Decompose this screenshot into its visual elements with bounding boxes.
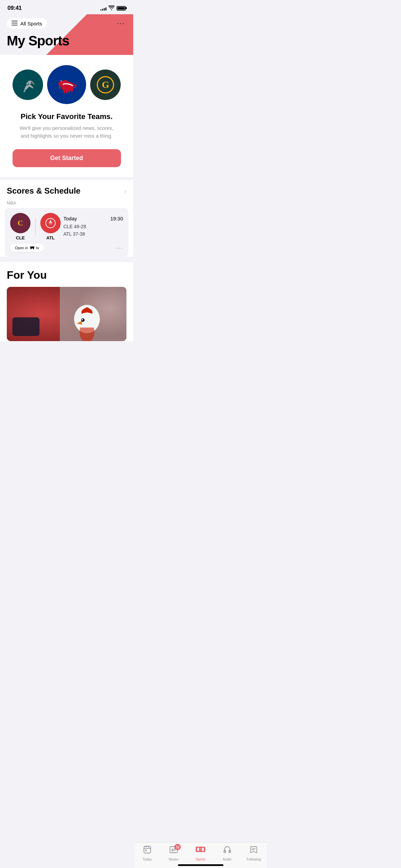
news-image[interactable]	[7, 287, 126, 341]
svg-point-4	[31, 82, 32, 83]
scores-section: Scores & Schedule › NBA C CLE	[0, 180, 133, 257]
scores-chevron-icon[interactable]: ›	[124, 187, 126, 195]
status-bar: 09:41	[0, 0, 133, 14]
game-card-top: C CLE	[10, 213, 123, 240]
svg-text:C: C	[18, 219, 23, 227]
all-sports-label: All Sports	[20, 21, 42, 26]
header-nav: All Sports ···	[7, 18, 126, 29]
all-sports-button[interactable]: All Sports	[7, 18, 47, 29]
team-records: CLE 48-28 ATL 37-38	[63, 223, 123, 238]
for-you-title: For You	[7, 269, 126, 281]
game-time-row: Today 19:30	[63, 216, 123, 221]
apple-tv-icon: Open in	[15, 246, 28, 250]
apple-icon	[30, 246, 35, 250]
svg-rect-9	[66, 90, 68, 93]
svg-point-3	[17, 74, 38, 95]
game-card-bottom: Open in tv ···	[10, 244, 123, 252]
pick-teams-desc: We'll give you personalized news, scores…	[16, 124, 118, 140]
eagles-logo	[13, 70, 43, 100]
svg-rect-10	[68, 89, 70, 93]
game-time: 19:30	[110, 216, 123, 221]
signal-icon	[100, 6, 106, 11]
svg-rect-8	[63, 90, 65, 93]
status-time: 09:41	[7, 5, 22, 12]
teams-section: G Pick Your Favorite Teams. We'll give y…	[0, 55, 133, 177]
svg-point-24	[82, 319, 83, 320]
battery-icon	[117, 6, 126, 11]
svg-rect-0	[12, 21, 18, 21]
open-in-tv-button[interactable]: Open in tv	[10, 244, 44, 252]
svg-rect-1	[12, 23, 18, 23]
svg-text:G: G	[102, 79, 109, 90]
bills-logo	[47, 65, 86, 104]
svg-rect-11	[71, 88, 73, 92]
wifi-icon	[108, 5, 115, 11]
news-image-bg	[7, 287, 126, 341]
hamburger-icon	[12, 21, 18, 26]
away-record: ATL 37-38	[63, 230, 123, 238]
home-record: CLE 48-28	[63, 223, 123, 230]
pick-teams-title: Pick Your Favorite Teams.	[21, 112, 113, 121]
get-started-button[interactable]: Get Started	[13, 149, 121, 167]
team-divider	[35, 218, 36, 235]
scores-header: Scores & Schedule ›	[0, 180, 133, 198]
hawks-logo	[40, 213, 61, 233]
header: All Sports ··· My Sports	[0, 14, 133, 55]
svg-rect-2	[12, 25, 18, 25]
home-team-abbr: CLE	[16, 235, 25, 240]
away-team-abbr: ATL	[46, 235, 55, 240]
page-title: My Sports	[7, 33, 126, 48]
league-label: NBA	[0, 198, 133, 207]
status-icons	[100, 5, 126, 11]
teams-row: C CLE	[10, 213, 61, 240]
scores-title: Scores & Schedule	[7, 186, 80, 196]
game-more-options-button[interactable]: ···	[116, 244, 123, 252]
game-card: C CLE	[5, 208, 128, 257]
game-day: Today	[63, 216, 77, 221]
for-you-section: For You	[0, 262, 133, 341]
team-logos: G	[13, 65, 121, 104]
more-button[interactable]: ···	[116, 18, 126, 29]
packers-logo: G	[90, 70, 121, 100]
game-info: Today 19:30 CLE 48-28 ATL 37-38	[61, 216, 123, 238]
tab-bar-spacer	[0, 344, 133, 374]
svg-rect-21	[13, 317, 40, 336]
cavs-logo: C	[10, 213, 31, 233]
